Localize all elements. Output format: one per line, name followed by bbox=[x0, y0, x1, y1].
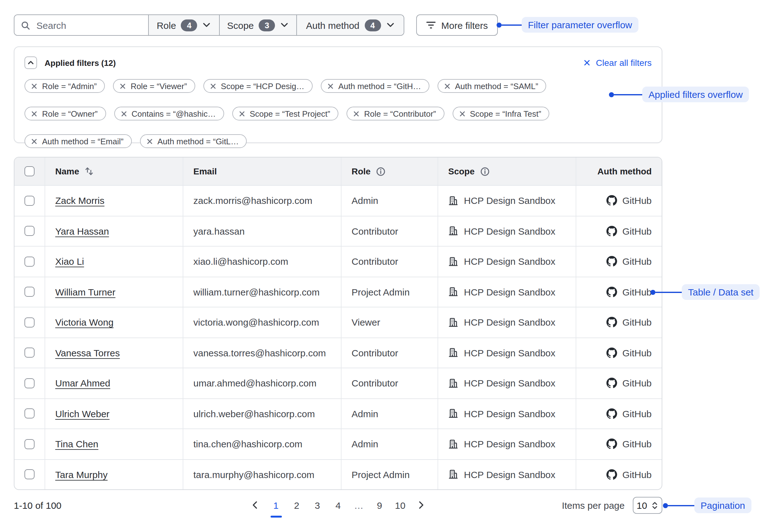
page-button-10[interactable]: 10 bbox=[392, 497, 408, 513]
remove-filter-icon[interactable] bbox=[327, 82, 334, 89]
column-header-name[interactable]: Name bbox=[45, 158, 183, 185]
user-role: Contributor bbox=[341, 338, 438, 368]
user-scope: HCP Design Sandbox bbox=[464, 378, 555, 389]
remove-filter-icon[interactable] bbox=[31, 138, 38, 145]
user-auth-method: GitHub bbox=[623, 196, 652, 206]
sort-icon[interactable] bbox=[85, 167, 94, 176]
remove-filter-icon[interactable] bbox=[31, 110, 38, 117]
table-row: Xiao Li xiao.li@hashicorp.com Contributo… bbox=[14, 246, 662, 276]
user-name-link[interactable]: Tina Chen bbox=[55, 439, 98, 450]
user-name-link[interactable]: Zack Morris bbox=[55, 196, 104, 206]
row-checkbox[interactable] bbox=[25, 226, 35, 236]
user-email: vanessa.torres@hashicorp.com bbox=[183, 338, 341, 368]
github-icon bbox=[607, 408, 617, 419]
page-ellipsis: … bbox=[351, 497, 367, 513]
remove-filter-icon[interactable] bbox=[459, 110, 466, 117]
user-auth-method: GitHub bbox=[623, 408, 652, 419]
github-icon bbox=[607, 196, 617, 206]
github-icon bbox=[607, 256, 617, 267]
annotation-connector bbox=[614, 94, 642, 95]
row-checkbox[interactable] bbox=[25, 439, 35, 449]
filter-chip: Role = “Viewer” bbox=[113, 79, 195, 93]
github-icon bbox=[607, 378, 617, 389]
user-name-link[interactable]: Ulrich Weber bbox=[55, 408, 109, 419]
role-filter-dropdown[interactable]: Role 4 bbox=[148, 15, 219, 35]
filter-chip: Auth method = “GitL… bbox=[140, 134, 247, 148]
previous-page-button[interactable] bbox=[247, 497, 263, 513]
github-icon bbox=[607, 347, 617, 358]
remove-filter-icon[interactable] bbox=[146, 138, 153, 145]
org-building-icon bbox=[448, 378, 458, 388]
remove-filter-icon[interactable] bbox=[353, 110, 360, 117]
user-name-link[interactable]: William Turner bbox=[55, 287, 115, 297]
row-checkbox[interactable] bbox=[25, 348, 35, 358]
auth-method-filter-label: Auth method bbox=[306, 20, 359, 31]
column-header-scope: Scope bbox=[438, 158, 576, 185]
user-scope: HCP Design Sandbox bbox=[464, 439, 555, 450]
remove-filter-icon[interactable] bbox=[210, 82, 217, 89]
page-button-1[interactable]: 1 bbox=[268, 497, 284, 513]
user-role: Admin bbox=[341, 399, 438, 429]
user-name-link[interactable]: Xiao Li bbox=[55, 256, 84, 267]
user-role: Project Admin bbox=[341, 277, 438, 307]
page-button-4[interactable]: 4 bbox=[330, 497, 346, 513]
collapse-applied-filters-button[interactable] bbox=[25, 57, 37, 69]
row-checkbox[interactable] bbox=[25, 196, 35, 206]
next-page-button[interactable] bbox=[413, 497, 429, 513]
remove-filter-icon[interactable] bbox=[31, 82, 38, 89]
org-building-icon bbox=[448, 196, 458, 206]
search-input[interactable] bbox=[35, 19, 142, 31]
org-building-icon bbox=[448, 257, 458, 267]
annotation-pagination: Pagination bbox=[694, 497, 751, 513]
row-checkbox[interactable] bbox=[25, 318, 35, 328]
page-button-3[interactable]: 3 bbox=[309, 497, 325, 513]
items-per-page-select[interactable]: 10 bbox=[633, 497, 662, 514]
user-email: tina.chen@hashicorp.com bbox=[183, 429, 341, 459]
filter-bar: Role 4 Scope 3 Auth method 4 bbox=[14, 14, 404, 36]
clear-all-filters-label: Clear all filters bbox=[596, 58, 652, 68]
filter-icon bbox=[426, 21, 436, 30]
user-auth-method: GitHub bbox=[623, 226, 652, 236]
search-field[interactable] bbox=[14, 15, 148, 35]
row-checkbox[interactable] bbox=[25, 409, 35, 419]
table-header-row: Name Email Role Scope Auth method bbox=[14, 158, 662, 185]
search-icon bbox=[21, 20, 30, 30]
row-checkbox[interactable] bbox=[25, 257, 35, 267]
annotation-table: Table / Data set bbox=[682, 284, 760, 300]
scope-filter-count-badge: 3 bbox=[259, 19, 275, 31]
github-icon bbox=[607, 226, 617, 236]
user-name-link[interactable]: Umar Ahmed bbox=[55, 378, 110, 389]
remove-filter-icon[interactable] bbox=[119, 82, 126, 89]
user-scope: HCP Design Sandbox bbox=[464, 256, 555, 267]
annotation-applied-overflow: Applied filters overflow bbox=[642, 86, 749, 102]
remove-filter-icon[interactable] bbox=[238, 110, 245, 117]
remove-filter-icon[interactable] bbox=[444, 82, 451, 89]
user-email: william.turner@hashicorp.com bbox=[183, 277, 341, 307]
filter-chip: Scope = “HCP Desig… bbox=[203, 79, 313, 93]
table-row: Vanessa Torres vanessa.torres@hashicorp.… bbox=[14, 337, 662, 368]
scope-filter-dropdown[interactable]: Scope 3 bbox=[219, 15, 296, 35]
more-filters-button[interactable]: More filters bbox=[416, 14, 498, 36]
auth-method-filter-dropdown[interactable]: Auth method 4 bbox=[296, 15, 404, 35]
page-button-9[interactable]: 9 bbox=[371, 497, 388, 513]
info-icon[interactable] bbox=[376, 167, 386, 176]
select-all-cell bbox=[14, 158, 45, 185]
github-icon bbox=[607, 469, 617, 480]
user-name-link[interactable]: Yara Hassan bbox=[55, 226, 109, 236]
clear-all-filters-link[interactable]: Clear all filters bbox=[584, 58, 652, 68]
user-name-link[interactable]: Vanessa Torres bbox=[55, 347, 120, 358]
select-all-checkbox[interactable] bbox=[25, 166, 35, 176]
user-name-link[interactable]: Tara Murphy bbox=[55, 469, 108, 480]
remove-filter-icon[interactable] bbox=[120, 110, 127, 117]
page-button-2[interactable]: 2 bbox=[288, 497, 305, 513]
user-name-link[interactable]: Victoria Wong bbox=[55, 317, 113, 328]
row-checkbox[interactable] bbox=[25, 378, 35, 388]
info-icon[interactable] bbox=[480, 167, 490, 176]
annotation-filter-overflow: Filter parameter overflow bbox=[522, 17, 639, 33]
row-checkbox[interactable] bbox=[25, 469, 35, 479]
org-building-icon bbox=[448, 348, 458, 358]
user-email: victoria.wong@hashicorp.com bbox=[183, 308, 341, 337]
row-checkbox[interactable] bbox=[25, 287, 35, 297]
user-email: xiao.li@hashicorp.com bbox=[183, 247, 341, 276]
table-row: Tina Chen tina.chen@hashicorp.com Admin … bbox=[14, 429, 662, 459]
